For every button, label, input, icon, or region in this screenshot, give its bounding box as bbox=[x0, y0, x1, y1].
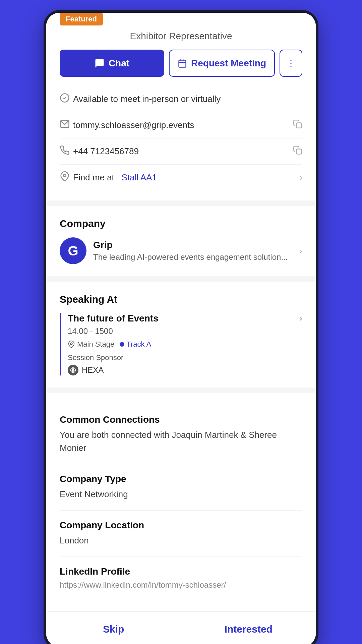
interested-button[interactable]: Interested bbox=[181, 611, 316, 644]
location-icon bbox=[60, 171, 73, 184]
sponsor-label: Session Sponsor bbox=[68, 353, 302, 362]
sponsor-row: HEXA bbox=[68, 365, 302, 375]
session-tags: Main Stage Track A bbox=[68, 340, 302, 349]
action-buttons: Chat Request Meeting ⋮ bbox=[60, 50, 302, 77]
stall-row[interactable]: Find me at Stall AA1 › bbox=[60, 165, 302, 190]
phone-frame: Featured Exhibitor Representative Chat bbox=[44, 10, 318, 644]
sponsor-name: HEXA bbox=[82, 365, 104, 375]
linkedin-value: https://www.linkedin.com/in/tommy-schloa… bbox=[60, 580, 302, 590]
exhibitor-label: Exhibitor Representative bbox=[60, 31, 302, 42]
linkedin-title: LinkedIn Profile bbox=[60, 566, 302, 577]
company-name: Grip bbox=[93, 240, 293, 250]
speaking-at-section: Speaking At The future of Events › 14.00… bbox=[46, 282, 316, 388]
session-location: Main Stage bbox=[68, 340, 114, 349]
company-logo: G bbox=[60, 237, 86, 264]
calendar-icon bbox=[178, 59, 187, 68]
email-row: tommy.schloasser@grip.events bbox=[60, 112, 302, 138]
company-row[interactable]: G Grip The leading AI-powered events eng… bbox=[60, 237, 302, 264]
common-connections-section: Common Connections You are both connecte… bbox=[60, 405, 302, 464]
email-text: tommy.schloasser@grip.events bbox=[73, 120, 293, 130]
location-small-icon bbox=[68, 341, 75, 348]
company-section: Company G Grip The leading AI-powered ev… bbox=[46, 206, 316, 276]
chat-button[interactable]: Chat bbox=[60, 50, 164, 77]
availability-text: Available to meet in-person or virtually bbox=[73, 94, 302, 104]
svg-point-8 bbox=[63, 174, 66, 177]
svg-rect-0 bbox=[179, 60, 186, 67]
stall-link[interactable]: Stall AA1 bbox=[122, 172, 157, 182]
chat-icon bbox=[95, 58, 105, 68]
speaking-at-title: Speaking At bbox=[60, 294, 302, 305]
copy-phone-icon[interactable] bbox=[293, 145, 302, 157]
availability-row: Available to meet in-person or virtually bbox=[60, 86, 302, 112]
email-icon bbox=[60, 119, 73, 131]
sponsor-icon bbox=[68, 365, 78, 375]
company-location-value: London bbox=[60, 534, 302, 547]
svg-rect-7 bbox=[297, 149, 302, 154]
phone-row: +44 7123456789 bbox=[60, 138, 302, 165]
copy-email-icon[interactable] bbox=[293, 119, 302, 131]
svg-rect-6 bbox=[297, 123, 302, 128]
bottom-actions: Skip Interested bbox=[46, 611, 316, 644]
session-title: The future of Events › bbox=[68, 313, 302, 324]
check-icon bbox=[60, 93, 73, 105]
top-section: Featured Exhibitor Representative Chat bbox=[46, 13, 316, 200]
phone-icon bbox=[60, 145, 73, 158]
company-type-value: Event Networking bbox=[60, 488, 302, 501]
stall-text: Find me at Stall AA1 bbox=[73, 172, 299, 183]
company-section-title: Company bbox=[60, 218, 302, 229]
company-desc: The leading AI-powered events engagement… bbox=[93, 252, 293, 262]
company-type-title: Company Type bbox=[60, 474, 302, 484]
common-connections-title: Common Connections bbox=[60, 414, 302, 425]
card-content: Featured Exhibitor Representative Chat bbox=[46, 13, 316, 644]
skip-button[interactable]: Skip bbox=[46, 611, 181, 644]
session-track: Track A bbox=[120, 340, 151, 349]
track-dot bbox=[120, 342, 124, 347]
common-connections-value: You are both connected with Joaquin Mart… bbox=[60, 428, 302, 455]
linkedin-section: LinkedIn Profile https://www.linkedin.co… bbox=[60, 557, 302, 599]
svg-point-9 bbox=[70, 343, 72, 344]
company-location-title: Company Location bbox=[60, 520, 302, 531]
stall-chevron-icon: › bbox=[299, 172, 302, 183]
session-chevron-icon: › bbox=[299, 313, 302, 324]
featured-badge: Featured bbox=[60, 13, 103, 25]
info-sections: Common Connections You are both connecte… bbox=[46, 393, 316, 611]
session-item[interactable]: The future of Events › 14.00 - 1500 Main… bbox=[60, 313, 302, 375]
company-info: Grip The leading AI-powered events engag… bbox=[93, 240, 293, 262]
phone-text: +44 7123456789 bbox=[73, 146, 293, 157]
request-meeting-button[interactable]: Request Meeting bbox=[169, 50, 275, 77]
company-location-section: Company Location London bbox=[60, 511, 302, 557]
company-chevron-icon: › bbox=[299, 246, 302, 256]
session-time: 14.00 - 1500 bbox=[68, 327, 302, 336]
company-type-section: Company Type Event Networking bbox=[60, 464, 302, 511]
more-options-button[interactable]: ⋮ bbox=[280, 50, 302, 77]
